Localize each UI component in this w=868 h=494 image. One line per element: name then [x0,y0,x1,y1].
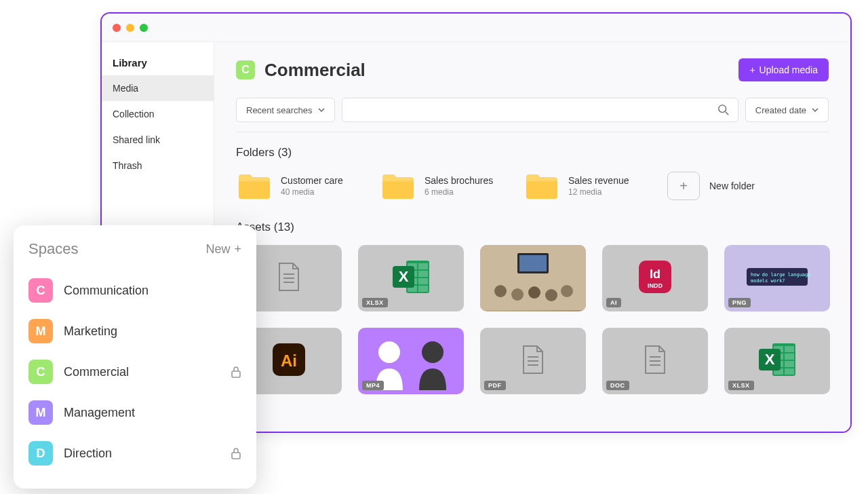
sidebar-item-collection[interactable]: Collection [102,101,214,127]
search-icon[interactable] [717,104,730,116]
search-box [342,98,738,122]
plus-icon: + [667,172,700,200]
folder-count: 40 media [281,187,343,197]
folder-info: Customer care40 media [281,175,343,197]
svg-text:Id: Id [650,267,660,281]
spaces-popup: Spaces New + CCommunicationMMarketingCCo… [14,225,256,489]
svg-point-19 [494,285,507,297]
svg-rect-46 [785,361,794,367]
chevron-down-icon [812,107,818,113]
divider [236,132,829,132]
chevron-down-icon [318,107,325,113]
svg-point-32 [378,341,400,363]
svg-point-0 [719,105,726,113]
folder-item[interactable]: Customer care40 media [236,170,358,202]
space-badge: C [28,360,53,384]
folder-item[interactable]: Sales revenue12 media [524,170,646,202]
asset-filetype-tag: XLSX [362,298,388,307]
svg-text:X: X [765,351,775,368]
svg-point-23 [561,285,573,297]
space-name: Direction [64,446,220,461]
recent-searches-dropdown[interactable]: Recent searches [236,98,335,122]
svg-point-33 [422,341,443,363]
plus-icon: + [749,64,755,75]
asset-thumbnail: X [756,341,798,381]
asset-thumbnail [277,262,301,294]
minimize-window-button[interactable] [126,24,134,32]
folder-info: Sales brochures6 media [425,175,493,197]
folder-name: Customer care [281,175,343,186]
asset-card[interactable]: MP4 [358,328,464,394]
lock-icon [231,447,241,459]
svg-rect-52 [232,453,240,459]
spaces-header: Spaces New + [28,240,241,258]
svg-point-20 [511,288,524,301]
svg-text:models work?: models work? [751,278,785,284]
folder-count: 12 media [568,187,629,197]
asset-card[interactable]: XXLSX [724,328,830,394]
new-folder-button[interactable]: +New folder [667,172,755,200]
new-space-button[interactable]: New + [205,242,241,256]
upload-label: Upload media [760,64,818,75]
folder-item[interactable]: Sales brochures6 media [380,170,502,202]
space-item-direction[interactable]: DDirection [28,433,241,474]
page-title: Commercial [264,60,366,81]
asset-thumbnail: X [390,258,432,299]
asset-thumbnail [480,245,586,311]
folders-row: Customer care40 mediaSales brochures6 me… [236,170,829,202]
sidebar-item-shared-link[interactable]: Shared link [102,127,214,153]
upload-media-button[interactable]: + Upload media [738,58,829,81]
space-item-management[interactable]: MManagement [28,392,241,433]
search-input[interactable] [351,98,717,121]
page-header: C Commercial + Upload media [236,58,829,81]
space-item-commercial[interactable]: CCommercial [28,352,241,392]
svg-rect-18 [519,255,547,271]
folder-name: Sales brochures [425,175,493,186]
recent-searches-label: Recent searches [246,105,313,115]
spaces-title: Spaces [28,240,78,258]
space-name: Commercial [64,365,220,379]
space-name: Communication [64,284,241,298]
svg-rect-11 [418,278,428,284]
svg-rect-42 [785,346,794,352]
new-space-label: New [205,242,230,256]
new-folder-label: New folder [709,180,755,191]
asset-filetype-tag: MP4 [362,381,384,390]
svg-text:INDD: INDD [648,282,663,289]
space-item-marketing[interactable]: MMarketing [28,311,241,352]
asset-thumbnail: IdINDD [637,259,673,297]
folders-section-title: Folders (3) [236,146,829,159]
sort-dropdown[interactable]: Created date [745,98,829,122]
asset-filetype-tag: PDF [484,381,506,390]
asset-card[interactable]: DOC [602,328,708,394]
sidebar-item-media[interactable]: Media [102,75,214,101]
asset-filetype-tag: PNG [728,298,751,307]
asset-card[interactable]: XXLSX [358,245,464,311]
space-badge: C [28,278,53,303]
space-item-communication[interactable]: CCommunication [28,270,241,311]
asset-card[interactable] [480,245,586,311]
folder-info: Sales revenue12 media [568,175,629,197]
svg-line-1 [726,112,729,115]
assets-section-title: Assets (13) [236,221,829,234]
page-title-group: C Commercial [236,60,366,81]
svg-rect-13 [418,286,428,292]
sidebar-title: Library [102,50,214,75]
asset-card[interactable]: IdINDDAI [602,245,708,311]
asset-card[interactable]: how do large languagemodels work?PNG [724,245,830,311]
main-content: C Commercial + Upload media Recent searc… [214,42,850,432]
svg-point-21 [528,286,540,299]
asset-filetype-tag: AI [606,298,621,307]
svg-text:X: X [399,268,409,285]
maximize-window-button[interactable] [140,24,148,32]
space-badge: D [28,441,53,466]
folder-icon [524,170,560,202]
close-window-button[interactable] [113,24,121,32]
svg-rect-9 [418,271,428,277]
asset-card[interactable]: PDF [480,328,586,394]
sidebar-item-thrash[interactable]: Thrash [102,153,214,178]
folder-name: Sales revenue [568,175,629,186]
svg-rect-48 [785,368,794,375]
asset-thumbnail: how do large languagemodels work? [740,260,814,297]
svg-rect-7 [418,263,428,269]
